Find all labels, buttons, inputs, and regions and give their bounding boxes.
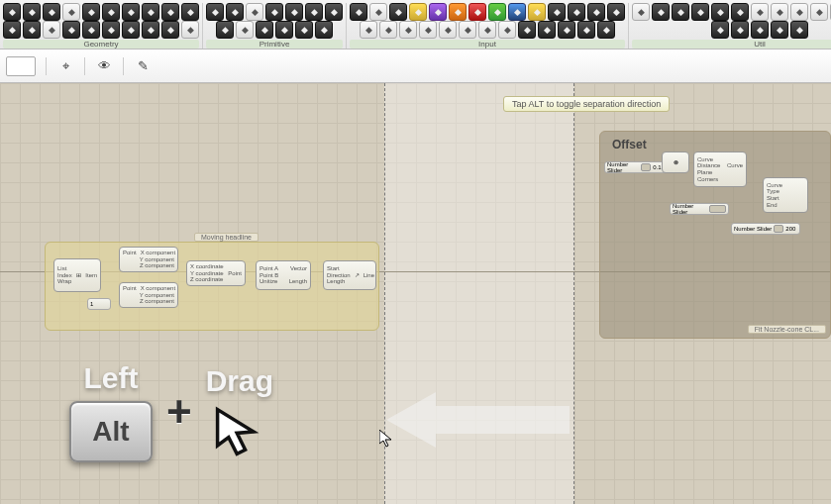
toolbar-button[interactable]: ◆	[518, 21, 536, 39]
toolbar-button[interactable]: ◆	[360, 21, 377, 39]
focus-icon[interactable]: ⌖	[56, 57, 74, 75]
toolbar-button[interactable]: ◆	[122, 3, 140, 21]
instruction-overlay: Left Alt + Drag	[69, 343, 386, 481]
number-slider-2[interactable]: Number Slider	[670, 203, 729, 215]
toolbar-button[interactable]: ◆	[439, 21, 457, 39]
toolbar-button[interactable]: ◆	[751, 3, 769, 21]
toolbar-button[interactable]: ◆	[142, 21, 159, 39]
toolbar-button[interactable]: ◆	[43, 3, 60, 21]
toolbar-button[interactable]: ◆	[181, 3, 199, 21]
node-vector-2pt[interactable]: Point AVector Point B UnitizeLength	[256, 260, 311, 290]
toolbar-button[interactable]: ◆	[236, 21, 254, 39]
zoom-dropdown[interactable]	[6, 56, 36, 76]
toolbar-button[interactable]: ◆	[790, 3, 808, 21]
toolbar-button[interactable]: ◆	[771, 21, 788, 39]
toolbar-button[interactable]: ◆	[23, 3, 41, 21]
toolbar-button[interactable]: ◆	[161, 3, 179, 21]
toolbar-button[interactable]: ◆	[478, 21, 496, 39]
value-input[interactable]: 1	[87, 298, 111, 310]
node-offset-curve[interactable]: Curve DistanceCurve Plane Corners	[693, 151, 747, 187]
toolbar-button[interactable]: ◆	[587, 3, 605, 21]
toolbar-button[interactable]: ◆	[285, 3, 303, 21]
toolbar-button[interactable]: ◆	[508, 3, 526, 21]
toolbar-button[interactable]: ◆	[181, 21, 199, 39]
toolbar-button[interactable]: ◆	[790, 21, 808, 39]
toolbar-button[interactable]: ◆	[577, 21, 595, 39]
system-cursor-icon	[379, 430, 391, 448]
canvas[interactable]: Tap ALT to toggle separation direction M…	[0, 83, 831, 504]
toolbar-button[interactable]: ◆	[607, 3, 625, 21]
toolbar-button[interactable]: ◆	[429, 3, 447, 21]
toolbar-button[interactable]: ◆	[459, 21, 476, 39]
toolbar-button[interactable]: ◆	[102, 21, 120, 39]
toolbar-button[interactable]: ◆	[528, 3, 546, 21]
toolbar-group-label: Input	[350, 40, 625, 49]
toolbar-button[interactable]: ◆	[82, 3, 100, 21]
toolbar-button[interactable]: ◆	[652, 3, 670, 21]
number-slider-3[interactable]: Number Slider 200	[731, 223, 800, 235]
toolbar-button[interactable]: ◆	[488, 3, 506, 21]
toolbar-button[interactable]: ◆	[142, 3, 159, 21]
node-extend-curve[interactable]: Curve Type Start End	[763, 177, 808, 213]
toolbar-button[interactable]: ◆	[419, 21, 437, 39]
toolbar-button[interactable]: ◆	[558, 21, 575, 39]
toolbar-button[interactable]: ◆	[315, 21, 333, 39]
toolbar-button[interactable]: ◆	[597, 21, 615, 39]
toolbar-button[interactable]: ◆	[246, 3, 263, 21]
port: Corners	[697, 176, 718, 183]
toolbar-button[interactable]: ◆	[226, 3, 244, 21]
toolbar-button[interactable]: ◆	[82, 21, 100, 39]
toolbar-button[interactable]: ◆	[256, 21, 273, 39]
toolbar-button[interactable]: ◆	[62, 21, 80, 39]
visibility-icon[interactable]: 👁	[95, 57, 113, 75]
toolbar-button[interactable]: ◆	[295, 21, 313, 39]
toolbar-button[interactable]: ◆	[409, 3, 427, 21]
node-deconstruct-point-b[interactable]: PointX component Y component Z component	[119, 282, 178, 308]
toolbar-button[interactable]: ◆	[538, 21, 556, 39]
toolbar-button[interactable]: ◆	[731, 3, 749, 21]
toolbar-button[interactable]: ◆	[379, 21, 397, 39]
toolbar-button[interactable]: ◆	[122, 21, 140, 39]
toolbar-button[interactable]: ◆	[275, 21, 293, 39]
toolbar-button[interactable]: ◆	[498, 21, 516, 39]
node-deconstruct-point-a[interactable]: PointX component Y component Z component	[119, 247, 178, 272]
toolbar-button[interactable]: ◆	[691, 3, 709, 21]
toolbar-button[interactable]: ◆	[161, 21, 179, 39]
toolbar-button[interactable]: ◆	[43, 21, 60, 39]
node-construct-point[interactable]: X coordinate Y coordinatePoint Z coordin…	[186, 260, 246, 286]
toolbar-button[interactable]: ◆	[632, 3, 650, 21]
toolbar-button[interactable]: ◆	[468, 3, 486, 21]
toolbar-button[interactable]: ◆	[711, 3, 729, 21]
toolbar-button[interactable]: ◆	[672, 3, 689, 21]
toolbar-button[interactable]: ◆	[216, 21, 234, 39]
toolbar-button[interactable]: ◆	[449, 3, 467, 21]
toolbar-button[interactable]: ◆	[771, 3, 788, 21]
toolbar-button[interactable]: ◆	[751, 21, 769, 39]
right-node-group[interactable]: Offset Number Slider 0.15 ⊗ Curve Distan…	[599, 131, 831, 339]
toolbar-button[interactable]: ◆	[3, 21, 21, 39]
toolbar-button[interactable]: ◆	[206, 3, 224, 21]
node-line-sdl[interactable]: Start Direction↗Line Length	[323, 260, 376, 290]
left-node-group[interactable]: Moving headline List Index⊞Item Wrap 1 P…	[45, 242, 379, 331]
toolbar-button[interactable]: ◆	[369, 3, 387, 21]
toolbar-button[interactable]: ◆	[102, 3, 120, 21]
toolbar-button[interactable]: ◆	[3, 3, 21, 21]
toolbar-button[interactable]: ◆	[548, 3, 566, 21]
sketch-icon[interactable]: ✎	[134, 57, 152, 75]
toolbar-button[interactable]: ◆	[62, 3, 80, 21]
toolbar-button[interactable]: ◆	[810, 3, 828, 21]
port: Wrap	[57, 278, 71, 285]
toolbar-button[interactable]: ◆	[325, 3, 343, 21]
number-slider-1[interactable]: Number Slider 0.15	[604, 161, 668, 173]
toolbar-button[interactable]: ◆	[350, 3, 367, 21]
node-list-item[interactable]: List Index⊞Item Wrap	[53, 258, 101, 292]
toolbar-button[interactable]: ◆	[711, 21, 729, 39]
toolbar-button[interactable]: ◆	[389, 3, 407, 21]
node-multiply[interactable]: ⊗	[662, 151, 689, 173]
toolbar-button[interactable]: ◆	[23, 21, 41, 39]
toolbar-button[interactable]: ◆	[305, 3, 323, 21]
toolbar-button[interactable]: ◆	[265, 3, 283, 21]
toolbar-button[interactable]: ◆	[731, 21, 749, 39]
toolbar-button[interactable]: ◆	[399, 21, 417, 39]
toolbar-button[interactable]: ◆	[568, 3, 585, 21]
